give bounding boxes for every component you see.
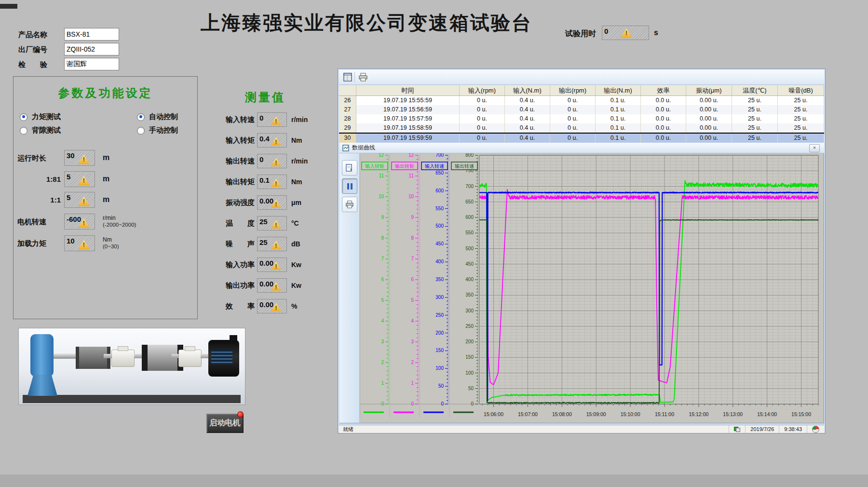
row-number-cell: 30 <box>339 134 356 143</box>
table-row[interactable]: 3019.07.19 15:59:590 u.0.4 u.0 u.0.1 u.0… <box>339 133 824 143</box>
svg-text:600: 600 <box>435 188 444 193</box>
param-value-box[interactable]: -600! <box>64 214 95 230</box>
radio-selected-icon[interactable] <box>137 113 145 121</box>
svg-text:400: 400 <box>465 277 474 282</box>
measure-label: 温 度 <box>212 219 255 228</box>
measure-value-box: 0.00! <box>257 299 287 313</box>
measure-label: 效 率 <box>212 302 255 311</box>
export-curve-button[interactable] <box>342 160 357 176</box>
param-value: 30 <box>67 151 75 160</box>
param-value-box[interactable]: 10! <box>64 235 95 251</box>
measure-value: 25 <box>259 238 268 246</box>
svg-text:11: 11 <box>409 173 414 178</box>
param-value: 5 <box>67 173 70 181</box>
radio-option-2[interactable]: 自动控制 <box>137 112 178 122</box>
svg-text:8: 8 <box>411 235 414 241</box>
svg-text:400: 400 <box>435 259 444 264</box>
warning-icon: ! <box>271 220 281 229</box>
chart-window-title: 数据曲线 <box>352 144 375 152</box>
radio-icon[interactable] <box>20 127 27 135</box>
param-value-box[interactable]: 5! <box>64 171 95 187</box>
printer-icon <box>358 72 368 82</box>
measure-value: 0.4 <box>259 135 270 143</box>
svg-text:9: 9 <box>381 215 384 220</box>
chart-toolbar <box>339 153 360 423</box>
field-input-product-name[interactable] <box>64 28 119 41</box>
print-table-button[interactable] <box>357 71 369 83</box>
svg-text:700: 700 <box>435 153 444 158</box>
x-tick-label: 15:07:00 <box>518 411 538 417</box>
value-cell: 0.00 u. <box>686 134 732 143</box>
table-row[interactable]: 2919.07.19 15:58:590 u.0.4 u.0 u.0.1 u.0… <box>339 123 824 133</box>
value-cell: 0.0 u. <box>641 134 686 143</box>
axis-label: 输入转矩 <box>365 163 384 169</box>
page-title: 上海臻强实业有限公司变速箱试验台 <box>159 10 574 35</box>
sensor-1-tab <box>118 346 128 351</box>
param-value-box[interactable]: 5! <box>64 192 95 208</box>
table-row[interactable]: 2719.07.19 15:56:590 u.0.4 u.0 u.0.1 u.0… <box>339 105 824 114</box>
value-cell: 25 u. <box>778 123 824 133</box>
radio-option-0[interactable]: 力矩测试 <box>20 112 61 122</box>
field-input-serial-number[interactable] <box>64 43 119 55</box>
measure-value-box: 0! <box>257 154 287 168</box>
table-row[interactable]: 2819.07.19 15:57:590 u.0.4 u.0 u.0.1 u.0… <box>339 114 824 123</box>
value-cell: 25 u. <box>732 134 778 143</box>
chart-window-icon <box>342 145 349 151</box>
printer-icon <box>345 200 354 209</box>
radio-option-1[interactable]: 背隙测试 <box>20 126 61 135</box>
close-icon[interactable]: × <box>809 144 820 152</box>
svg-text:150: 150 <box>465 354 474 360</box>
pause-curve-button[interactable] <box>342 178 357 194</box>
svg-text:0: 0 <box>381 401 384 406</box>
value-cell: 25 u. <box>778 114 824 123</box>
radio-icon[interactable] <box>137 127 145 135</box>
table-header-cell: 时间 <box>356 85 460 95</box>
svg-text:1: 1 <box>411 380 414 386</box>
measure-unit: r/min <box>291 116 308 123</box>
svg-text:100: 100 <box>435 365 444 371</box>
measure-value: 0 <box>259 114 263 122</box>
value-cell: 0 u. <box>460 114 505 123</box>
measure-value-box: 25! <box>257 237 287 251</box>
svg-text:3: 3 <box>411 339 414 344</box>
shaft-4 <box>172 354 178 358</box>
shaft-3 <box>134 354 142 358</box>
axis-label: 输出转速 <box>455 163 474 169</box>
print-curve-button[interactable] <box>342 197 357 212</box>
measure-label: 振动强度 <box>212 198 255 207</box>
value-cell: 25 u. <box>778 96 824 105</box>
svg-text:200: 200 <box>435 330 444 336</box>
motor-fins <box>211 350 232 364</box>
svg-text:3: 3 <box>381 339 384 344</box>
warning-icon: ! <box>271 261 281 270</box>
warning-icon: ! <box>78 176 90 186</box>
param-unit-text: r/min <box>103 215 136 221</box>
shaft-5 <box>201 354 208 358</box>
svg-text:500: 500 <box>435 223 444 229</box>
radio-selected-icon[interactable] <box>20 113 27 121</box>
param-label: 电机转速 <box>17 217 61 227</box>
svg-text:4: 4 <box>411 318 414 324</box>
svg-text:0: 0 <box>471 401 474 406</box>
svg-text:5: 5 <box>381 298 384 303</box>
table-row[interactable]: 2619.07.19 15:55:590 u.0.4 u.0 u.0.1 u.0… <box>339 96 824 105</box>
svg-text:12: 12 <box>408 153 414 158</box>
svg-text:12: 12 <box>379 153 384 158</box>
status-time: 9:38:43 <box>779 425 807 433</box>
warning-icon: ! <box>271 241 281 249</box>
status-text: 就绪 <box>339 426 729 433</box>
field-input-inspector[interactable] <box>64 58 119 70</box>
measure-unit: dB <box>291 240 300 248</box>
warning-icon: ! <box>78 240 90 250</box>
value-cell: 0 u. <box>550 105 596 114</box>
param-value-box[interactable]: 30! <box>64 150 95 166</box>
value-cell: 0.1 u. <box>596 114 641 123</box>
radio-option-3[interactable]: 手动控制 <box>137 126 178 135</box>
rig-base <box>23 395 241 403</box>
radio-label: 自动控制 <box>149 112 178 122</box>
save-report-button[interactable] <box>342 71 353 83</box>
alarm-status <box>807 425 824 433</box>
network-icon <box>734 427 740 432</box>
field-row: 产品名称 <box>18 28 163 41</box>
value-cell: 0 u. <box>460 105 505 114</box>
